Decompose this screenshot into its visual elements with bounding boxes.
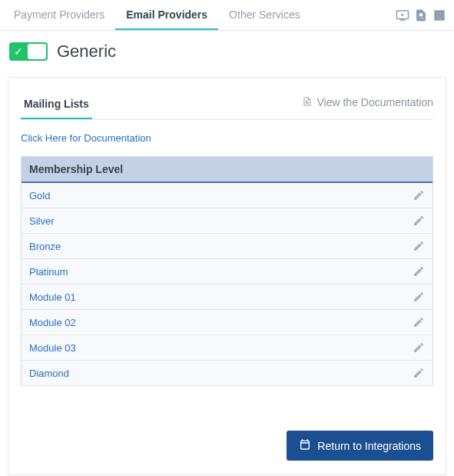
top-bar: Payment Providers Email Providers Other … [0, 0, 454, 31]
return-button-label: Return to Integrations [317, 440, 421, 452]
edit-icon[interactable] [413, 316, 425, 328]
table-header: Membership Level [22, 157, 432, 183]
membership-table: Membership Level GoldSilverBronzePlatinu… [21, 156, 433, 386]
main-tabs: Payment Providers Email Providers Other … [3, 0, 311, 30]
return-to-integrations-button[interactable]: Return to Integrations [287, 431, 433, 461]
provider-name: Generic [57, 42, 116, 62]
membership-name[interactable]: Module 02 [29, 317, 76, 328]
panel: Mailing Lists View the Documentation Cli… [8, 77, 446, 475]
membership-name[interactable]: Bronze [29, 241, 61, 252]
top-actions [396, 8, 446, 22]
tab-payment-providers[interactable]: Payment Providers [3, 1, 115, 30]
table-row: Module 02 [22, 310, 432, 335]
edit-icon[interactable] [413, 291, 425, 303]
membership-name[interactable]: Platinum [29, 266, 68, 278]
view-documentation-link[interactable]: View the Documentation [302, 95, 434, 116]
membership-name[interactable]: Gold [29, 190, 50, 201]
edit-icon[interactable] [413, 189, 425, 201]
subtab-mailing-lists[interactable]: Mailing Lists [21, 92, 92, 119]
documentation-link[interactable]: Click Here for Documentation [21, 132, 151, 144]
provider-header: ✓ Generic [0, 31, 454, 69]
search-icon[interactable] [414, 8, 428, 22]
enable-toggle[interactable]: ✓ [9, 42, 48, 61]
calendar-icon [299, 438, 311, 453]
document-icon [302, 95, 313, 110]
membership-name[interactable]: Diamond [29, 368, 69, 379]
table-row: Bronze [22, 234, 432, 259]
edit-icon[interactable] [413, 265, 425, 278]
table-row: Module 01 [22, 285, 432, 310]
subtabs-row: Mailing Lists View the Documentation [21, 92, 433, 120]
sub-tabs: Mailing Lists [21, 92, 111, 119]
table-row: Diamond [22, 361, 432, 386]
view-documentation-label: View the Documentation [317, 96, 434, 108]
user-icon[interactable] [432, 8, 446, 22]
membership-name[interactable]: Silver [29, 215, 55, 227]
edit-icon[interactable] [413, 367, 425, 379]
edit-icon[interactable] [413, 341, 425, 354]
toggle-knob [28, 44, 46, 59]
video-icon[interactable] [396, 8, 409, 22]
table-row: Gold [22, 183, 432, 208]
footer: Return to Integrations [8, 417, 446, 461]
edit-icon[interactable] [413, 215, 425, 227]
membership-name[interactable]: Module 01 [29, 291, 76, 303]
membership-name[interactable]: Module 03 [29, 342, 76, 354]
tab-other-services[interactable]: Other Services [218, 1, 311, 30]
edit-icon[interactable] [413, 240, 425, 252]
table-row: Platinum [22, 259, 432, 285]
table-row: Module 03 [22, 335, 432, 361]
check-icon: ✓ [14, 46, 23, 57]
tab-email-providers[interactable]: Email Providers [115, 1, 218, 30]
table-row: Silver [22, 208, 432, 234]
